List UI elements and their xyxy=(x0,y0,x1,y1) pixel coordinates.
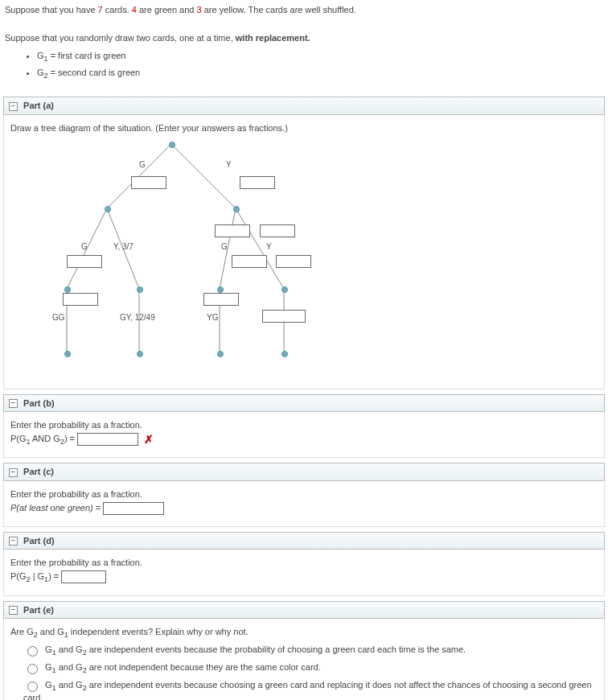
mc-option-2: G1 and G2 are not independent because th… xyxy=(23,661,598,674)
part-c-prompt: Enter the probability as a fraction. xyxy=(10,489,598,499)
t: are not independent because they are the… xyxy=(87,662,321,672)
t: G xyxy=(45,680,52,690)
bullet-g1: G1 = first card is green xyxy=(37,49,603,65)
part-c-header[interactable]: − Part (c) xyxy=(3,463,605,481)
t: are independent events because choosing … xyxy=(23,680,592,700)
tree-diagram: G Y G Y, 3/7 G Y GG GY, 12/49 YG xyxy=(10,136,348,377)
t: independent events? Explain why or why n… xyxy=(68,627,249,636)
t: are independent events because the proba… xyxy=(87,644,466,654)
part-c-title: Part (c) xyxy=(23,467,54,476)
branch-label-g: G xyxy=(139,160,146,169)
leaf-label: GY, 12/49 xyxy=(120,313,155,322)
formula-label: P(at least one green) = xyxy=(10,503,103,513)
mc-options: G1 and G2 are independent events because… xyxy=(23,644,598,700)
part-a-prompt: Draw a tree diagram of the situation. (E… xyxy=(10,123,598,133)
tree-node xyxy=(233,206,240,212)
part-d-header[interactable]: − Part (d) xyxy=(3,532,605,550)
branch-label-y: Y xyxy=(226,160,232,169)
part-d-answer-input[interactable] xyxy=(61,570,106,583)
tree-node xyxy=(137,351,143,357)
tree-input-yy-upper[interactable] xyxy=(260,224,295,237)
part-e-body: Are G2 and G1 independent events? Explai… xyxy=(3,619,605,700)
tree-node xyxy=(105,206,111,212)
tree-node xyxy=(64,351,71,357)
mc-radio-1[interactable] xyxy=(27,646,38,657)
t: Suppose that you randomly draw two cards… xyxy=(5,33,236,43)
leaf-label: GG xyxy=(52,313,65,322)
part-a-body: Draw a tree diagram of the situation. (E… xyxy=(3,115,605,389)
part-c-answer-input[interactable] xyxy=(103,502,164,515)
tree-node xyxy=(64,286,71,293)
sym: G xyxy=(37,51,44,60)
tree-input-gg-branch[interactable] xyxy=(67,255,102,268)
tree-input-y-prob[interactable] xyxy=(240,176,275,189)
t: = second card is green xyxy=(48,68,141,77)
part-a-header[interactable]: − Part (a) xyxy=(3,97,605,115)
tree-input-yg-leaf[interactable] xyxy=(203,293,239,306)
branch-label: Y xyxy=(266,242,272,251)
t: P(G xyxy=(10,434,27,443)
replacement-bold: with replacement. xyxy=(236,33,310,43)
part-d-prompt: Enter the probability as a fraction. xyxy=(10,558,598,567)
tree-input-yg-branch[interactable] xyxy=(232,255,267,268)
t: = first card is green xyxy=(48,51,126,60)
tree-input-yy-leaf[interactable] xyxy=(262,310,306,323)
t: G xyxy=(45,644,52,654)
branch-label: G xyxy=(81,242,88,251)
problem-statement: Suppose that you have 7 cards. 4 are gre… xyxy=(0,0,608,92)
tree-node xyxy=(217,286,224,293)
minus-icon[interactable]: − xyxy=(9,606,18,615)
tree-input-gg-leaf[interactable] xyxy=(63,293,98,306)
mc-radio-2[interactable] xyxy=(27,664,38,674)
t: P(G xyxy=(10,571,27,581)
mc-option-3: G1 and G2 are independent events because… xyxy=(23,679,598,700)
tree-node xyxy=(137,286,143,293)
svg-line-5 xyxy=(236,208,284,289)
tree-input-yg-upper[interactable] xyxy=(215,224,250,237)
part-d-body: Enter the probability as a fraction. P(G… xyxy=(3,550,605,595)
svg-line-1 xyxy=(171,144,236,208)
t: and G xyxy=(56,662,83,672)
t: and G xyxy=(56,680,83,690)
part-b-title: Part (b) xyxy=(23,398,55,408)
minus-icon[interactable]: − xyxy=(9,468,18,477)
part-d-title: Part (d) xyxy=(23,536,55,546)
t: ) = xyxy=(64,434,77,443)
t: are green and xyxy=(137,5,197,14)
tree-node xyxy=(217,351,224,357)
part-c-body: Enter the probability as a fraction. P(a… xyxy=(3,481,605,527)
bullet-g2: G2 = second card is green xyxy=(37,66,603,82)
branch-label: Y, 3/7 xyxy=(113,242,134,251)
part-a-title: Part (a) xyxy=(23,101,54,110)
t: ) = xyxy=(48,571,61,581)
mc-option-1: G1 and G2 are independent events because… xyxy=(23,644,598,657)
t: and G xyxy=(38,627,64,636)
part-b-header[interactable]: − Part (b) xyxy=(3,394,605,413)
branch-label: G xyxy=(221,242,228,251)
t: are yellow. The cards are well shuffled. xyxy=(202,5,356,14)
minus-icon[interactable]: − xyxy=(9,102,18,111)
t: AND G xyxy=(31,434,60,443)
part-e-prompt: Are G2 and G1 independent events? Explai… xyxy=(10,627,598,639)
t: cards. xyxy=(103,5,132,14)
tree-node xyxy=(281,351,288,357)
sym: G xyxy=(37,68,44,77)
wrong-icon: ✗ xyxy=(144,433,154,446)
tree-input-g-prob[interactable] xyxy=(131,176,166,189)
t: | G xyxy=(31,571,45,581)
tree-node xyxy=(281,286,288,293)
t: and G xyxy=(56,644,83,654)
t: G xyxy=(45,662,52,672)
part-e-header[interactable]: − Part (e) xyxy=(3,601,605,620)
intro-text: Suppose that you have xyxy=(5,5,98,14)
leaf-label: YG xyxy=(207,313,218,322)
minus-icon[interactable]: − xyxy=(9,399,18,408)
part-b-body: Enter the probability as a fraction. P(G… xyxy=(3,412,605,458)
mc-radio-3[interactable] xyxy=(27,681,38,692)
part-b-answer-input[interactable] xyxy=(77,433,138,446)
tree-input-yy-branch[interactable] xyxy=(276,255,311,268)
part-e-title: Part (e) xyxy=(23,605,54,615)
tree-node xyxy=(169,142,175,148)
part-b-prompt: Enter the probability as a fraction. xyxy=(10,420,598,430)
minus-icon[interactable]: − xyxy=(9,537,18,546)
